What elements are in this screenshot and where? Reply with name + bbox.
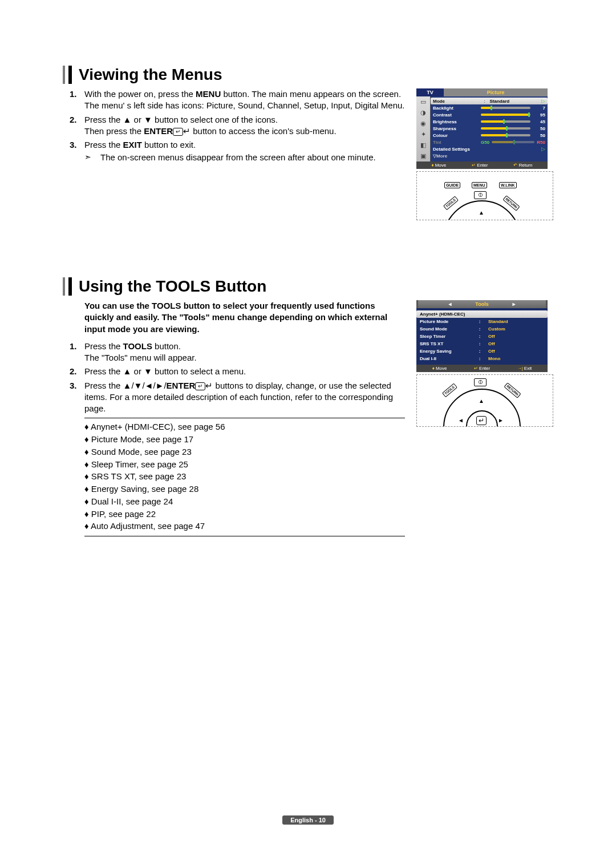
step-text: Press the TOOLS button. The "Tools" menu… bbox=[84, 341, 197, 362]
osd-sidebar-icons: ▭ ◑ ◉ ✦ ◧ ▣ bbox=[416, 96, 431, 161]
tools-button[interactable]: TOOLS bbox=[443, 196, 459, 211]
step-number: 1. bbox=[70, 341, 77, 352]
page-footer: English - 10 bbox=[0, 814, 616, 825]
info-button[interactable]: ⓘ bbox=[474, 378, 487, 386]
note: ➣ The on-screen menus disappear from the… bbox=[84, 152, 405, 163]
osd-row-colour[interactable]: Colour 50 bbox=[433, 132, 545, 139]
section2-steps: 1. Press the TOOLS button. The "Tools" m… bbox=[68, 341, 405, 415]
remote-diagram-1: GUIDE MENU W.LINK ⓘ TOOLS RETURN ▲ bbox=[416, 171, 553, 220]
enter-icon: ↵ bbox=[173, 128, 183, 136]
osd-row-contrast[interactable]: Contrast 95 bbox=[433, 111, 545, 118]
return-button[interactable]: RETURN bbox=[504, 382, 521, 398]
ref-item: Anynet+ (HDMI-CEC), see page 56 bbox=[84, 421, 405, 433]
tools-row-picture-mode[interactable]: Picture Mode:Standard bbox=[420, 318, 544, 325]
ref-item: Sound Mode, see page 23 bbox=[84, 446, 405, 458]
osd-row-detailed-settings[interactable]: Detailed Settings ▷ bbox=[433, 146, 545, 152]
wlink-button[interactable]: W.LINK bbox=[499, 182, 517, 188]
note-arrow-icon: ➣ bbox=[84, 152, 100, 163]
input-icon: ◧ bbox=[416, 140, 430, 151]
picture-icon: ▭ bbox=[416, 96, 430, 107]
osd-row-backlight[interactable]: Backlight 7 bbox=[433, 104, 545, 111]
up-arrow-icon: ▲ bbox=[479, 209, 484, 216]
osd-title: Picture bbox=[444, 88, 548, 96]
osd-row-brightness[interactable]: Brightness 45 bbox=[433, 118, 545, 125]
step-number: 3. bbox=[70, 380, 77, 391]
step-text: Press the ▲ or ▼ button to select a menu… bbox=[84, 366, 246, 376]
remote-diagram-2: ⓘ TOOLS RETURN ▲ ◄ ► ↵ bbox=[416, 374, 553, 427]
step-text: Press the ▲ or ▼ button to select one of… bbox=[84, 115, 337, 136]
tools-row-energy-saving[interactable]: Energy Saving:Off bbox=[420, 348, 544, 355]
step-number: 3. bbox=[70, 139, 77, 151]
chevron-right-icon: ▷ bbox=[538, 146, 545, 152]
sound-icon: ◑ bbox=[416, 107, 430, 118]
osd-row-mode[interactable]: Mode : Standard ▷ bbox=[431, 98, 548, 104]
ref-item: Energy Saving, see page 28 bbox=[84, 483, 405, 495]
tools-row-dual[interactable]: Dual I-II:Mono bbox=[420, 355, 544, 362]
menu-button[interactable]: MENU bbox=[472, 182, 487, 188]
setup-icon: ✦ bbox=[416, 129, 430, 140]
chevron-right-icon: ▷ bbox=[538, 98, 545, 104]
ref-item: Picture Mode, see page 17 bbox=[84, 433, 405, 446]
tools-row-anynet[interactable]: Anynet+ (HDMI-CEC) bbox=[416, 310, 548, 318]
tools-row-srs[interactable]: SRS TS XT:Off bbox=[420, 340, 544, 348]
step-number: 2. bbox=[70, 366, 77, 377]
step-number: 1. bbox=[70, 88, 77, 100]
ref-item: Sleep Timer, see page 25 bbox=[84, 458, 405, 471]
osd-footer: ♦Move ↵Enter ↶Return bbox=[416, 161, 548, 169]
up-arrow-icon: ▲ bbox=[479, 398, 484, 404]
reference-list: Anynet+ (HDMI-CEC), see page 56 Picture … bbox=[68, 421, 405, 532]
osd-picture-menu: TV Picture ▭ ◑ ◉ ✦ ◧ ▣ Mode bbox=[416, 88, 548, 169]
osd-row-more[interactable]: ▽More bbox=[433, 152, 545, 159]
info-button[interactable]: ⓘ bbox=[474, 191, 487, 199]
ref-item: Dual I-II, see page 24 bbox=[84, 495, 405, 508]
enter-button[interactable]: ↵ bbox=[476, 416, 487, 425]
ref-item: SRS TS XT, see page 23 bbox=[84, 470, 405, 483]
digital-menu-icon: ▣ bbox=[416, 151, 430, 161]
section2-intro: You can use the TOOLS button to select y… bbox=[84, 300, 405, 335]
step-text: With the power on, press the MENU button… bbox=[84, 89, 405, 110]
osd-tools-title: ◄ Tools ► bbox=[416, 300, 548, 308]
step-text: Press the EXIT button to exit. bbox=[84, 140, 196, 150]
osd-tools-menu: ◄ Tools ► Anynet+ (HDMI-CEC) Picture Mod… bbox=[416, 300, 548, 372]
left-arrow-icon: ◄ bbox=[458, 417, 464, 423]
channel-icon: ◉ bbox=[416, 118, 430, 129]
divider bbox=[84, 418, 405, 418]
ref-item: PIP, see page 22 bbox=[84, 508, 405, 520]
osd-tools-footer: ♦Move ↵Enter →|Exit bbox=[416, 365, 548, 372]
tools-button[interactable]: TOOLS bbox=[442, 383, 457, 398]
heading-viewing-menus: Viewing the Menus bbox=[68, 66, 553, 84]
tools-row-sleep-timer[interactable]: Sleep Timer:Off bbox=[420, 333, 544, 340]
heading-tools-button: Using the TOOLS Button bbox=[68, 277, 553, 296]
guide-button[interactable]: GUIDE bbox=[444, 182, 460, 188]
enter-icon: ↵ bbox=[195, 382, 205, 390]
osd-row-tint: Tint G50 R50 bbox=[433, 139, 545, 146]
tools-row-sound-mode[interactable]: Sound Mode:Custom bbox=[420, 325, 544, 333]
step-text: Press the ▲/▼/◄/►/ENTER↵↵ buttons to dis… bbox=[84, 381, 393, 414]
ref-item: Auto Adjustment, see page 47 bbox=[84, 520, 405, 532]
right-arrow-icon: ► bbox=[498, 417, 504, 423]
section1-steps: 1. With the power on, press the MENU but… bbox=[68, 88, 405, 164]
osd-row-sharpness[interactable]: Sharpness 50 bbox=[433, 125, 545, 132]
step-number: 2. bbox=[70, 114, 77, 126]
divider bbox=[84, 536, 405, 536]
osd-tv-tab: TV bbox=[416, 88, 444, 96]
